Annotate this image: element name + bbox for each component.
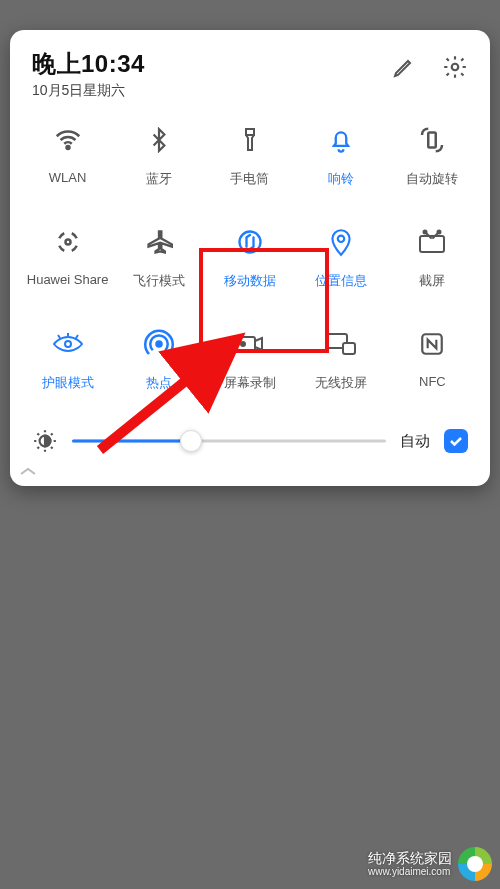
tile-label: 飞行模式 [133,272,185,290]
tile-label: 屏幕录制 [224,374,276,392]
rotate-icon [416,124,448,156]
svg-point-10 [65,341,71,347]
edit-icon[interactable] [392,55,416,79]
tile-record[interactable]: 屏幕录制 [204,328,295,404]
tile-label: WLAN [49,170,87,185]
watermark-title: 纯净系统家园 [368,851,452,866]
wifi-icon [52,124,84,156]
tile-label: 无线投屏 [315,374,367,392]
clock-date: 10月5日星期六 [32,82,392,100]
panel-header: 晚上10:34 10月5日星期六 [18,48,482,106]
tile-label: Huawei Share [27,272,109,287]
tile-ring[interactable]: 响铃 [296,124,387,200]
tiles-grid: WLAN 蓝牙 手电筒 响铃 自动旋转 [18,106,482,414]
brightness-slider[interactable] [72,429,386,453]
auto-brightness-label: 自动 [400,432,430,451]
bell-icon [325,124,357,156]
svg-point-6 [338,236,344,242]
svg-rect-15 [343,343,355,354]
svg-rect-3 [429,133,437,148]
tile-hotspot[interactable]: 热点 [113,328,204,404]
share-icon [52,226,84,258]
collapse-handle[interactable] [18,460,482,476]
tile-label: 响铃 [328,170,354,188]
gear-icon[interactable] [442,54,468,80]
svg-rect-7 [420,236,444,252]
hotspot-icon [143,328,175,360]
brightness-row: 自动 [18,414,482,460]
screenshot-icon [416,226,448,258]
watermark: 纯净系统家园 www.yidaimei.com [368,847,492,881]
tile-bluetooth[interactable]: 蓝牙 [113,124,204,200]
auto-brightness-checkbox[interactable] [444,429,468,453]
watermark-url: www.yidaimei.com [368,866,452,877]
svg-point-0 [452,64,459,71]
tile-label: NFC [419,374,446,389]
record-icon [234,328,266,360]
tile-label: 截屏 [419,272,445,290]
svg-rect-2 [246,129,254,135]
brightness-icon [32,428,58,454]
flashlight-icon [234,124,266,156]
location-icon [325,226,357,258]
tile-label: 移动数据 [224,272,276,290]
cast-icon [325,328,357,360]
nfc-icon [416,328,448,360]
svg-point-11 [156,342,161,347]
eye-icon [52,328,84,360]
svg-point-13 [241,342,245,346]
tile-label: 护眼模式 [42,374,94,392]
tile-screenshot[interactable]: 截屏 [387,226,478,302]
tile-nfc[interactable]: NFC [387,328,478,404]
tile-label: 位置信息 [315,272,367,290]
tile-label: 热点 [146,374,172,392]
tile-label: 自动旋转 [406,170,458,188]
clock-block[interactable]: 晚上10:34 10月5日星期六 [32,48,392,100]
tile-eyecomfort[interactable]: 护眼模式 [22,328,113,404]
tile-airplane[interactable]: 飞行模式 [113,226,204,302]
bluetooth-icon [143,124,175,156]
tile-label: 蓝牙 [146,170,172,188]
tile-location[interactable]: 位置信息 [296,226,387,302]
watermark-logo-icon [458,847,492,881]
svg-point-4 [65,240,70,245]
data-icon [234,226,266,258]
tile-flashlight[interactable]: 手电筒 [204,124,295,200]
tile-wlan[interactable]: WLAN [22,124,113,200]
svg-point-1 [66,146,69,149]
tile-huaweishare[interactable]: Huawei Share [22,226,113,302]
svg-point-9 [438,231,441,234]
tile-cast[interactable]: 无线投屏 [296,328,387,404]
tile-rotate[interactable]: 自动旋转 [387,124,478,200]
svg-point-8 [424,231,427,234]
clock-time: 晚上10:34 [32,48,392,80]
tile-label: 手电筒 [230,170,269,188]
tile-mobiledata[interactable]: 移动数据 [204,226,295,302]
quick-settings-panel: 晚上10:34 10月5日星期六 WLAN 蓝牙 [10,30,490,486]
airplane-icon [143,226,175,258]
